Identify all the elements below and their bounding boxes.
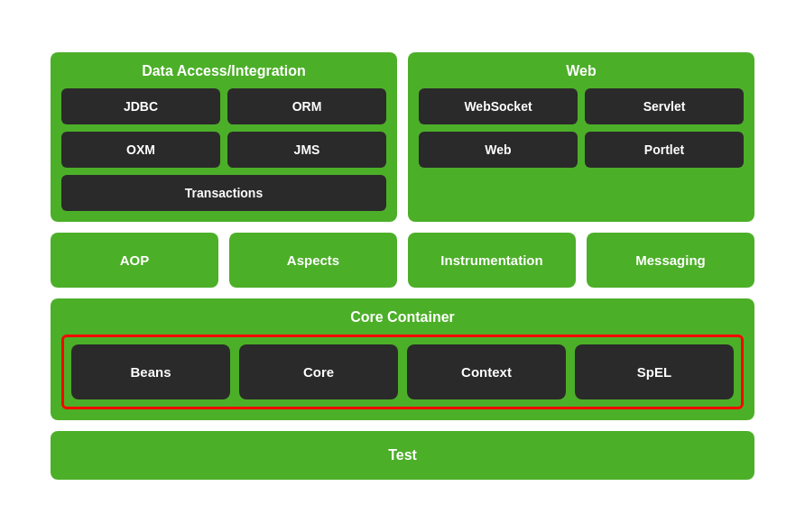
- messaging-box: Messaging: [587, 233, 754, 288]
- portlet-box: Portlet: [585, 132, 744, 168]
- spring-architecture-diagram: Data Access/Integration JDBC ORM OXM JMS…: [32, 34, 773, 498]
- websocket-box: WebSocket: [419, 88, 578, 124]
- servlet-box: Servlet: [585, 88, 744, 124]
- top-row: Data Access/Integration JDBC ORM OXM JMS…: [51, 52, 754, 222]
- aspects-box: Aspects: [229, 233, 397, 288]
- orm-box: ORM: [227, 88, 386, 124]
- beans-box: Beans: [71, 344, 230, 399]
- core-container-title: Core Container: [61, 309, 744, 326]
- jdbc-box: JDBC: [61, 88, 220, 124]
- test-section: Test: [51, 431, 754, 480]
- middle-row: AOP Aspects Instrumentation Messaging: [51, 233, 754, 288]
- core-inner-row: Beans Core Context SpEL: [61, 335, 744, 409]
- context-box: Context: [407, 344, 566, 399]
- data-access-section: Data Access/Integration JDBC ORM OXM JMS…: [51, 52, 397, 222]
- aop-box: AOP: [51, 233, 218, 288]
- spel-box: SpEL: [575, 344, 734, 399]
- data-access-title: Data Access/Integration: [61, 63, 386, 79]
- jms-box: JMS: [227, 132, 386, 168]
- web-grid: WebSocket Servlet Web Portlet: [419, 88, 744, 168]
- instrumentation-box: Instrumentation: [408, 233, 576, 288]
- core-container-section: Core Container Beans Core Context SpEL: [51, 298, 754, 420]
- transactions-box: Transactions: [61, 175, 386, 211]
- data-access-grid: JDBC ORM OXM JMS: [61, 88, 386, 168]
- web-title: Web: [419, 63, 744, 79]
- oxm-box: OXM: [61, 132, 220, 168]
- core-box: Core: [239, 344, 398, 399]
- web-section: Web WebSocket Servlet Web Portlet: [408, 52, 754, 222]
- web-box: Web: [419, 132, 578, 168]
- transactions-row: Transactions: [61, 175, 386, 211]
